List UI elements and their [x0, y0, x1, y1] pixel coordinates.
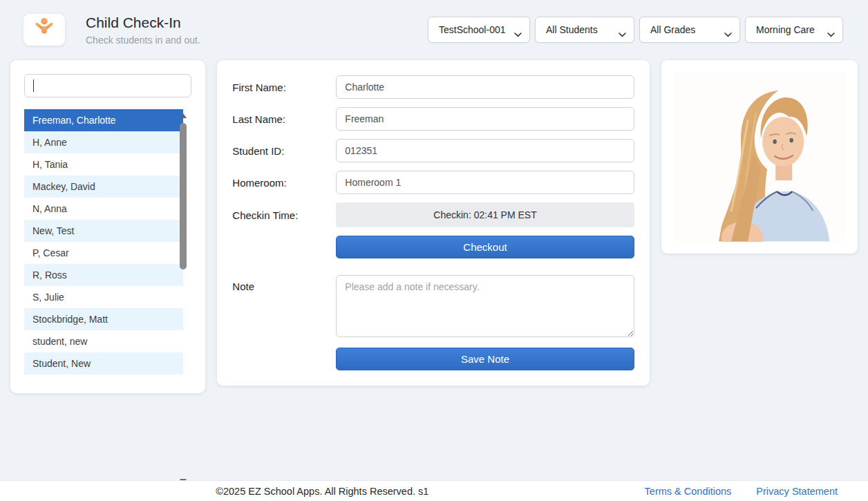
school-select-value: TestSchool-001 — [439, 24, 506, 35]
save-note-button[interactable]: Save Note — [336, 348, 634, 370]
student-search-input[interactable] — [24, 74, 191, 97]
student-list: Freeman, Charlotte H, Anne H, Tania Mack… — [24, 109, 191, 375]
content-area: Freeman, Charlotte H, Anne H, Tania Mack… — [0, 50, 868, 393]
footer: ©2025 EZ School Apps. All Rights Reserve… — [0, 480, 868, 501]
grades-filter-select[interactable]: All Grades — [639, 17, 740, 43]
grades-filter-value: All Grades — [650, 24, 695, 35]
list-item-student[interactable]: S, Julie — [24, 286, 183, 308]
students-filter-select[interactable]: All Students — [535, 17, 634, 43]
list-scrollbar[interactable] — [179, 109, 187, 375]
chevron-down-icon — [724, 28, 732, 39]
copyright-text: ©2025 EZ School Apps. All Rights Reserve… — [0, 486, 645, 497]
last-name-label: Last Name: — [232, 113, 336, 125]
child-icon — [35, 17, 54, 42]
chevron-down-icon — [514, 28, 522, 39]
checkin-time-value: Checkin: 02:41 PM EST — [336, 202, 634, 227]
chevron-down-icon — [827, 28, 835, 39]
filter-bar: TestSchool-001 All Students All Grades M… — [428, 17, 843, 43]
student-photo — [673, 72, 846, 242]
program-select[interactable]: Morning Care — [745, 17, 843, 43]
students-filter-value: All Students — [546, 24, 598, 35]
page-title: Child Check-In — [86, 15, 200, 31]
homeroom-field[interactable] — [336, 171, 634, 194]
list-item-student[interactable]: H, Tania — [24, 153, 183, 176]
list-item-student[interactable]: P, Cesar — [24, 242, 183, 264]
student-id-label: Student ID: — [232, 145, 336, 157]
list-item-student[interactable]: Stockbridge, Matt — [24, 308, 183, 330]
scroll-up-icon[interactable] — [180, 113, 187, 118]
program-select-value: Morning Care — [756, 24, 815, 35]
list-item-student[interactable]: Freeman, Charlotte — [24, 109, 183, 131]
student-id-field[interactable] — [336, 139, 634, 162]
school-select[interactable]: TestSchool-001 — [428, 17, 530, 43]
list-item-student[interactable]: New, Test — [24, 220, 183, 242]
student-detail-panel: First Name: Last Name: Student ID: Homer… — [217, 60, 649, 386]
list-item-student[interactable]: student, new — [24, 330, 183, 352]
student-list-panel: Freeman, Charlotte H, Anne H, Tania Mack… — [10, 60, 205, 393]
chevron-down-icon — [619, 28, 626, 39]
list-item-student[interactable]: R, Ross — [24, 264, 183, 286]
list-item-student[interactable]: N, Anna — [24, 198, 183, 220]
checkin-time-label: Checkin Time: — [232, 209, 336, 221]
header: Child Check-In Check students in and out… — [0, 0, 868, 50]
page-subtitle: Check students in and out. — [86, 35, 200, 46]
list-item-student[interactable]: Mackey, David — [24, 176, 183, 198]
list-item-student[interactable]: Student, New — [24, 352, 183, 375]
scrollbar-thumb[interactable] — [180, 123, 187, 270]
student-photo-panel — [661, 60, 858, 254]
list-item-student[interactable]: H, Anne — [24, 131, 183, 153]
last-name-field[interactable] — [336, 107, 634, 131]
privacy-link[interactable]: Privacy Statement — [756, 486, 838, 497]
text-caret — [33, 79, 34, 92]
checkout-button[interactable]: Checkout — [336, 236, 634, 258]
note-label: Note — [232, 275, 336, 292]
note-textarea[interactable] — [336, 275, 634, 337]
app-logo — [23, 14, 65, 46]
homeroom-label: Homeroom: — [232, 177, 336, 189]
terms-link[interactable]: Terms & Conditions — [645, 486, 732, 497]
first-name-label: First Name: — [232, 82, 336, 93]
first-name-field[interactable] — [336, 75, 634, 99]
